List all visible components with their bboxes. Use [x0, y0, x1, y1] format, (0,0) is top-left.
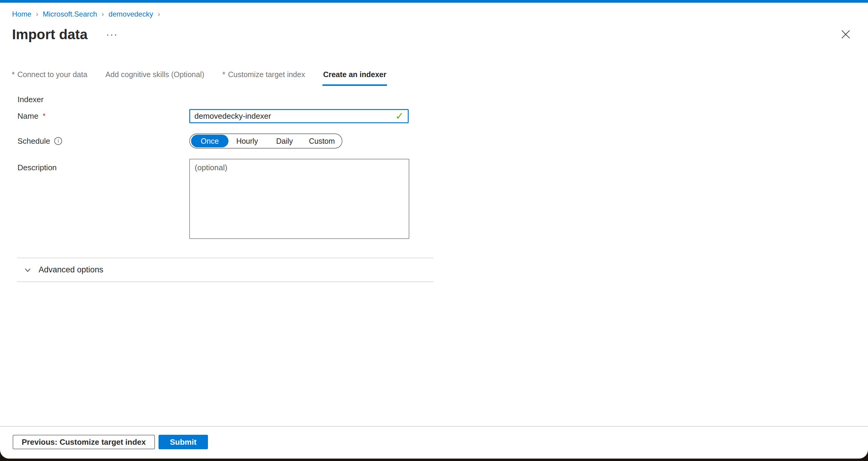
submit-button[interactable]: Submit — [158, 435, 208, 449]
advanced-options-toggle[interactable]: Advanced options — [17, 258, 103, 281]
description-textarea[interactable] — [189, 159, 409, 239]
schedule-row: Schedule i Once Hourly Daily Custom — [18, 133, 868, 149]
name-label: Name * — [18, 112, 189, 121]
breadcrumb: Home › Microsoft.Search › demovedecky › — [12, 10, 868, 19]
close-button[interactable] — [839, 28, 852, 41]
wizard-step-tabs: * Connect to your data Add cognitive ski… — [11, 70, 868, 86]
tab-label: Customize target index — [228, 70, 305, 79]
schedule-option-daily[interactable]: Daily — [266, 135, 303, 147]
description-label: Description — [18, 159, 189, 172]
chevron-down-icon — [24, 266, 32, 274]
page-title: Import data — [12, 26, 87, 42]
previous-step-button[interactable]: Previous: Customize target index — [13, 435, 155, 449]
advanced-options-label: Advanced options — [38, 265, 103, 275]
page-header: Import data ··· — [12, 26, 868, 42]
tab-create-an-indexer[interactable]: Create an indexer — [322, 70, 387, 86]
portal-top-accent-bar — [0, 0, 868, 3]
required-marker: * — [222, 70, 225, 79]
advanced-options-section: Advanced options — [17, 257, 433, 282]
more-options-button[interactable]: ··· — [106, 30, 118, 39]
indexer-form: Indexer Name * ✓ Schedule i Once Hourly … — [18, 95, 868, 249]
schedule-option-hourly[interactable]: Hourly — [228, 135, 266, 147]
schedule-label-text: Schedule — [18, 136, 50, 146]
description-row: Description — [18, 159, 868, 239]
description-label-text: Description — [18, 163, 57, 172]
schedule-option-once[interactable]: Once — [191, 135, 228, 147]
breadcrumb-separator-icon: › — [158, 10, 160, 19]
breadcrumb-separator-icon: › — [36, 10, 38, 19]
tab-label: Create an indexer — [323, 70, 386, 79]
tab-customize-target-index[interactable]: * Customize target index — [222, 70, 306, 86]
name-row: Name * ✓ — [18, 109, 868, 123]
divider — [17, 281, 433, 282]
name-input-wrap: ✓ — [189, 109, 409, 123]
schedule-label: Schedule i — [18, 136, 189, 146]
schedule-segmented-control: Once Hourly Daily Custom — [189, 133, 342, 149]
tab-label: Add cognitive skills (Optional) — [105, 70, 204, 79]
required-marker: * — [12, 70, 15, 79]
tab-label: Connect to your data — [18, 70, 87, 79]
tab-add-cognitive-skills[interactable]: Add cognitive skills (Optional) — [105, 70, 205, 86]
breadcrumb-link-demovedecky[interactable]: demovedecky — [108, 10, 153, 19]
name-label-text: Name — [18, 112, 38, 121]
tab-connect-to-your-data[interactable]: * Connect to your data — [11, 70, 88, 86]
schedule-option-custom[interactable]: Custom — [303, 135, 341, 147]
breadcrumb-link-microsoft-search[interactable]: Microsoft.Search — [43, 10, 97, 19]
breadcrumb-separator-icon: › — [101, 10, 104, 19]
breadcrumb-link-home[interactable]: Home — [12, 10, 31, 19]
close-icon — [841, 29, 851, 39]
import-data-panel: Home › Microsoft.Search › demovedecky › … — [0, 0, 868, 459]
info-icon[interactable]: i — [54, 137, 62, 145]
indexer-name-input[interactable] — [189, 109, 409, 123]
wizard-footer: Previous: Customize target index Submit — [0, 426, 868, 459]
indexer-section-label: Indexer — [18, 95, 868, 104]
required-marker: * — [42, 112, 45, 121]
